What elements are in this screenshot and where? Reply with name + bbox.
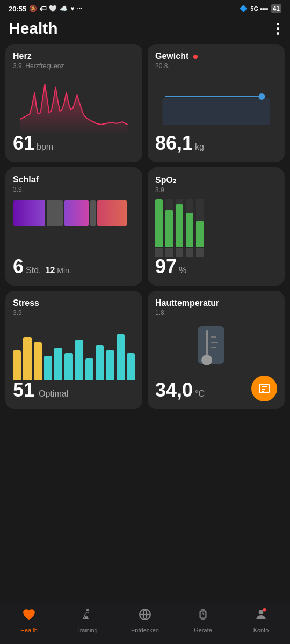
- spo2-card[interactable]: SpO₂ 3.9.: [148, 167, 285, 286]
- weight-card-subtitle: 20.8.: [155, 62, 277, 70]
- status-bar: 20:55 🔕 🏷 🤍 ☁️ ♥ ··· 🔷 5G ▪▪▪▪ 41: [0, 0, 290, 15]
- spo2-bar1: [155, 199, 163, 247]
- dot1: [277, 23, 279, 25]
- temperature-card[interactable]: Hauttemperatur 1.8. 34,0 °C: [148, 291, 285, 409]
- stress-bar10: [106, 350, 114, 380]
- spo2-group1: [155, 199, 163, 257]
- sleep-card-title: Schlaf: [13, 175, 135, 185]
- stress-bar9: [96, 345, 104, 380]
- heart-chart: [13, 76, 135, 135]
- page-title: Health: [9, 19, 58, 38]
- spo2-group5: [196, 199, 204, 257]
- spo2-bar3: [176, 204, 183, 247]
- spo2-bar2: [165, 210, 173, 247]
- svg-point-5: [201, 355, 212, 365]
- nav-label-konto: Konto: [253, 627, 269, 633]
- heart-value-number: 61: [13, 132, 34, 155]
- sleep-chart-area: [13, 200, 135, 226]
- status-signal-icon: 5G ▪▪▪▪: [250, 5, 268, 12]
- fab-icon: [258, 382, 271, 395]
- nav-label-entdecken: Entdecken: [131, 627, 159, 633]
- spo2-chart: [155, 198, 277, 257]
- stress-bar12: [127, 353, 135, 380]
- sleep-value-sub: 12: [46, 266, 55, 275]
- fab-button[interactable]: [251, 376, 277, 401]
- status-battery: 41: [271, 4, 281, 13]
- stress-value-unit: Optimal: [39, 389, 68, 399]
- sleep-unit-main: Std.: [26, 266, 41, 275]
- nav-item-health[interactable]: Health: [13, 608, 45, 633]
- bottom-spacer: [0, 414, 290, 463]
- nav-label-health: Health: [20, 627, 38, 633]
- stress-bar5: [54, 348, 62, 380]
- stress-bar1: [13, 350, 21, 380]
- spo2-tick5: [196, 248, 204, 257]
- status-nfc-icon: 🏷: [40, 5, 46, 12]
- health-nav-icon: [22, 608, 36, 625]
- more-menu-button[interactable]: [274, 20, 281, 37]
- dot2: [277, 27, 279, 30]
- konto-nav-icon: [254, 608, 268, 625]
- spo2-value-unit: %: [179, 266, 186, 275]
- temperature-value-unit: °C: [195, 389, 205, 399]
- status-heart-icon: ♥: [70, 5, 74, 12]
- spo2-group2: [165, 199, 173, 257]
- heart-value: 61 bpm: [13, 132, 53, 155]
- stress-card-title: Stress: [13, 298, 135, 308]
- stress-card[interactable]: Stress 3.9. 51 Optimal: [5, 291, 142, 409]
- temperature-card-subtitle: 1.8.: [155, 309, 277, 317]
- sleep-bar-deep: [13, 200, 45, 226]
- stress-value-number: 51: [13, 379, 34, 401]
- spo2-group4: [186, 199, 193, 257]
- status-bluetooth-icon: 🔷: [240, 5, 248, 12]
- temperature-card-title: Hauttemperatur: [155, 298, 277, 308]
- status-health-icon: 🤍: [49, 5, 57, 12]
- svg-point-22: [263, 608, 266, 612]
- app-header: Health: [0, 15, 290, 44]
- spo2-spacer5: [196, 199, 204, 221]
- status-time: 20:55: [9, 5, 26, 13]
- spo2-card-subtitle: 3.9.: [155, 186, 277, 194]
- spo2-value: 97 %: [155, 255, 186, 278]
- sleep-bar-rem: [64, 200, 89, 226]
- heart-card[interactable]: Herz 3.9. Herzfrequenz 61 bpm: [5, 44, 142, 162]
- stress-bar7: [75, 340, 83, 380]
- spo2-tick4: [186, 248, 193, 257]
- spo2-spacer4: [186, 199, 193, 213]
- stress-bar4: [44, 356, 52, 380]
- sleep-value-main: 6: [13, 255, 24, 278]
- weight-value: 86,1 kg: [155, 132, 204, 155]
- entdecken-nav-icon: [138, 608, 152, 625]
- weight-card[interactable]: Gewicht 20.8. 86,1 kg: [148, 44, 285, 162]
- nav-item-gerate[interactable]: Geräte: [187, 608, 219, 633]
- stress-value: 51 Optimal: [13, 379, 68, 401]
- sleep-card[interactable]: Schlaf 3.9. 6 Std. 12 Min.: [5, 167, 142, 286]
- spo2-spacer3: [176, 199, 183, 204]
- status-more-icon: ···: [77, 5, 82, 12]
- temperature-icon-area: [155, 321, 277, 380]
- temperature-value: 34,0 °C: [155, 379, 205, 401]
- svg-rect-4: [206, 330, 208, 357]
- weight-value-unit: kg: [195, 142, 204, 152]
- heart-card-title: Herz: [13, 52, 135, 61]
- svg-point-2: [259, 93, 265, 100]
- sleep-bar-gap2: [90, 200, 96, 226]
- spo2-bar4: [186, 213, 193, 247]
- cards-grid: Herz 3.9. Herzfrequenz 61 bpm Gewicht 20…: [0, 44, 290, 414]
- nav-label-training: Training: [76, 627, 97, 633]
- spo2-card-title: SpO₂: [155, 175, 277, 185]
- stress-bar6: [64, 353, 73, 380]
- sleep-value: 6 Std. 12 Min.: [13, 255, 71, 278]
- stress-bar8: [85, 358, 93, 380]
- status-cloud-icon: ☁️: [60, 5, 68, 12]
- weight-value-number: 86,1: [155, 132, 193, 155]
- svg-rect-0: [163, 98, 270, 125]
- sleep-bar-gap1: [47, 200, 63, 226]
- sleep-bars: [13, 200, 135, 226]
- nav-item-konto[interactable]: Konto: [245, 608, 277, 633]
- spo2-value-number: 97: [155, 255, 177, 278]
- nav-item-entdecken[interactable]: Entdecken: [129, 608, 161, 633]
- dot3: [277, 32, 279, 35]
- nav-item-training[interactable]: Training: [71, 608, 103, 633]
- heart-card-subtitle: 3.9. Herzfrequenz: [13, 62, 135, 70]
